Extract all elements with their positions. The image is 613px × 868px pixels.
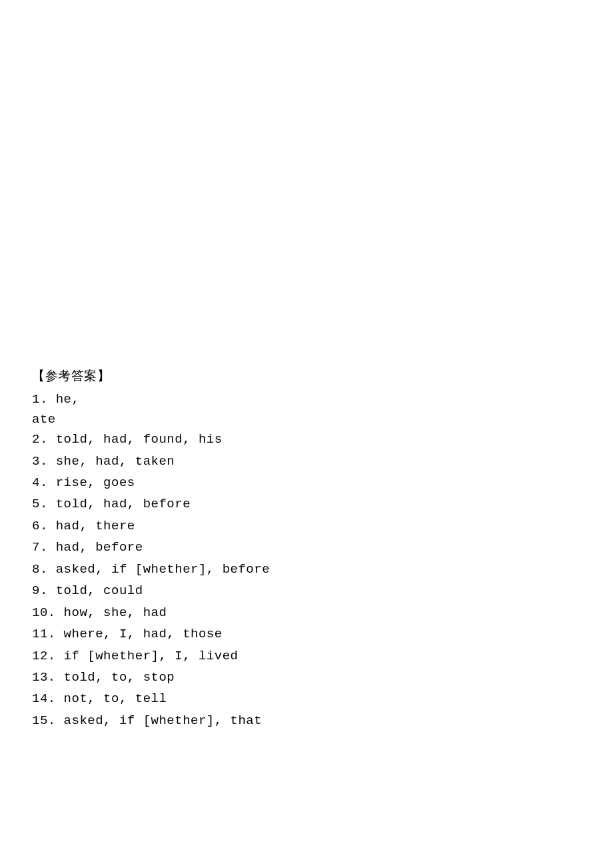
answer-key-content: 【参考答案】 1. he,ate2. told, had, found, his… [32, 367, 581, 733]
answer-item: 14. not, to, tell [32, 689, 581, 709]
answer-item: 4. rise, goes [32, 473, 581, 493]
answer-item-continuation: ate [32, 411, 581, 428]
answer-item: 12. if [whether], I, lived [32, 647, 581, 666]
answer-item: 11. where, I, had, those [32, 625, 581, 644]
answer-item: 7. had, before [32, 538, 581, 557]
answer-item: 10. how, she, had [32, 603, 581, 623]
answer-item: 3. she, had, taken [32, 452, 581, 471]
answer-item: 5. told, had, before [32, 495, 581, 514]
answers-list: 1. he,ate2. told, had, found, his3. she,… [32, 390, 581, 731]
answer-item: 2. told, had, found, his [32, 430, 581, 449]
answer-item: 13. told, to, stop [32, 668, 581, 687]
answer-item: 8. asked, if [whether], before [32, 560, 581, 579]
answer-item: 6. had, there [32, 517, 581, 536]
answer-item: 1. he, [32, 390, 581, 409]
answer-item: 15. asked, if [whether], that [32, 711, 581, 731]
answer-item: 9. told, could [32, 581, 581, 601]
answer-key-heading: 【参考答案】 [32, 367, 581, 385]
